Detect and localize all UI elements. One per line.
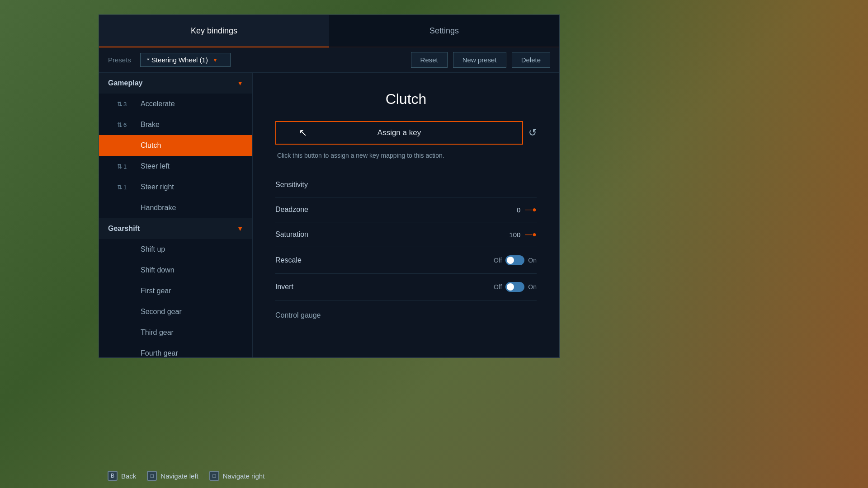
rescale-label: Rescale xyxy=(275,256,348,264)
second-gear-label: Second gear xyxy=(141,308,182,316)
back-button[interactable]: B xyxy=(108,471,118,481)
sidebar-item-brake[interactable]: ⇅ 6 Brake xyxy=(99,114,252,135)
invert-toggle[interactable] xyxy=(505,282,524,292)
invert-label: Invert xyxy=(275,283,348,291)
clutch-label: Clutch xyxy=(141,141,161,150)
first-gear-label: First gear xyxy=(141,287,171,295)
accelerate-badge: ⇅ 3 xyxy=(117,100,133,108)
assign-key-button[interactable]: ↖ Assign a key xyxy=(275,121,523,145)
rescale-on-label: On xyxy=(528,257,537,264)
rescale-toggle-knob xyxy=(507,257,514,264)
nav-item-back: B Back xyxy=(108,471,136,481)
sidebar-item-third-gear[interactable]: Third gear xyxy=(99,322,252,343)
saturation-value: 100 xyxy=(509,231,520,239)
sidebar-item-shift-up[interactable]: Shift up xyxy=(99,239,252,260)
deadzone-slider-icon: —● xyxy=(525,206,537,214)
invert-toggle-knob xyxy=(507,283,514,291)
reset-button[interactable]: Reset xyxy=(411,52,448,68)
back-btn-icon: B xyxy=(111,473,114,479)
assign-key-tooltip: Click this button to assign a new key ma… xyxy=(275,152,537,159)
deadzone-label: Deadzone xyxy=(275,206,348,214)
saturation-control: 100 —● xyxy=(348,230,537,239)
preset-dropdown[interactable]: * Steering Wheel (1) ▼ xyxy=(140,53,231,67)
bottom-nav: B Back □ Navigate left □ Navigate right xyxy=(99,471,274,481)
invert-on-label: On xyxy=(528,283,537,291)
new-preset-button[interactable]: New preset xyxy=(453,52,506,68)
sensitivity-row: Sensitivity xyxy=(275,173,537,197)
navigate-left-label: Navigate left xyxy=(160,472,198,480)
invert-control: Off On xyxy=(348,282,537,292)
gameplay-section-header[interactable]: Gameplay ▼ xyxy=(99,73,252,94)
rescale-toggle-group: Off On xyxy=(494,255,537,265)
third-gear-label: Third gear xyxy=(141,328,174,337)
brake-badge: ⇅ 6 xyxy=(117,121,133,128)
navigate-left-icon: □ xyxy=(151,473,154,479)
steer-left-badge: ⇅ 1 xyxy=(117,163,133,170)
preset-value: * Steering Wheel (1) xyxy=(147,56,208,64)
main-content: Gameplay ▼ ⇅ 3 Accelerate ⇅ 6 Brake xyxy=(99,73,559,357)
handbrake-label: Handbrake xyxy=(141,204,176,212)
deadzone-control: 0 —● xyxy=(348,206,537,214)
back-label: Back xyxy=(121,472,136,480)
sidebar-item-shift-down[interactable]: Shift down xyxy=(99,260,252,281)
rescale-toggle[interactable] xyxy=(505,255,524,265)
sidebar-item-handbrake[interactable]: Handbrake xyxy=(99,197,252,218)
steer-left-label: Steer left xyxy=(141,162,170,170)
assign-key-row: ↖ Assign a key ↺ xyxy=(275,121,537,145)
shift-up-label: Shift up xyxy=(141,245,165,253)
fourth-gear-label: Fourth gear xyxy=(141,349,178,357)
rescale-row: Rescale Off On xyxy=(275,247,537,274)
right-panel: Clutch ↖ Assign a key ↺ Click this butto… xyxy=(253,73,559,357)
brake-label: Brake xyxy=(141,121,160,129)
shift-down-label: Shift down xyxy=(141,266,175,274)
steer-right-label: Steer right xyxy=(141,183,174,191)
sidebar-item-first-gear[interactable]: First gear xyxy=(99,281,252,301)
sidebar-item-accelerate[interactable]: ⇅ 3 Accelerate xyxy=(99,94,252,114)
invert-off-label: Off xyxy=(494,283,502,291)
navigate-right-icon: □ xyxy=(212,473,216,479)
preset-bar: Presets * Steering Wheel (1) ▼ Reset New… xyxy=(99,47,559,73)
sidebar-item-clutch[interactable]: Clutch xyxy=(99,135,252,156)
delete-button[interactable]: Delete xyxy=(512,52,550,68)
assign-key-label: Assign a key xyxy=(377,128,421,137)
invert-row: Invert Off On xyxy=(275,274,537,300)
sidebar-item-steer-left[interactable]: ⇅ 1 Steer left xyxy=(99,156,252,177)
nav-item-navigate-left: □ Navigate left xyxy=(147,471,198,481)
panel-title: Clutch xyxy=(275,91,537,108)
sensitivity-label: Sensitivity xyxy=(275,181,348,189)
cursor-icon: ↖ xyxy=(299,127,307,139)
control-gauge-label: Control gauge xyxy=(275,311,537,319)
reset-binding-button[interactable]: ↺ xyxy=(528,127,537,139)
navigate-right-label: Navigate right xyxy=(223,472,265,480)
nav-item-navigate-right: □ Navigate right xyxy=(209,471,265,481)
gearshift-section-header[interactable]: Gearshift ▼ xyxy=(99,218,252,239)
tab-bar: Key bindings Settings xyxy=(99,15,559,47)
steer-right-badge: ⇅ 1 xyxy=(117,183,133,191)
rescale-off-label: Off xyxy=(494,257,502,264)
presets-label: Presets xyxy=(108,56,131,64)
tab-settings[interactable]: Settings xyxy=(329,15,559,47)
invert-toggle-group: Off On xyxy=(494,282,537,292)
sidebar-item-second-gear[interactable]: Second gear xyxy=(99,301,252,322)
deadzone-row: Deadzone 0 —● xyxy=(275,197,537,222)
gearshift-chevron-icon: ▼ xyxy=(237,225,243,232)
accelerate-label: Accelerate xyxy=(141,100,175,108)
gearshift-label: Gearshift xyxy=(108,225,140,233)
saturation-label: Saturation xyxy=(275,230,348,239)
gameplay-label: Gameplay xyxy=(108,79,142,87)
rescale-control: Off On xyxy=(348,255,537,265)
deadzone-value: 0 xyxy=(517,206,520,214)
navigate-right-button[interactable]: □ xyxy=(209,471,219,481)
saturation-slider-icon: —● xyxy=(525,230,537,239)
sidebar: Gameplay ▼ ⇅ 3 Accelerate ⇅ 6 Brake xyxy=(99,73,253,357)
saturation-row: Saturation 100 —● xyxy=(275,222,537,247)
tab-keybindings[interactable]: Key bindings xyxy=(99,15,329,47)
sidebar-item-fourth-gear[interactable]: Fourth gear xyxy=(99,343,252,357)
sidebar-item-steer-right[interactable]: ⇅ 1 Steer right xyxy=(99,177,252,197)
chevron-down-icon: ▼ xyxy=(212,57,218,63)
gameplay-chevron-icon: ▼ xyxy=(237,80,243,87)
navigate-left-button[interactable]: □ xyxy=(147,471,157,481)
ui-container: Key bindings Settings Presets * Steering… xyxy=(99,14,560,358)
